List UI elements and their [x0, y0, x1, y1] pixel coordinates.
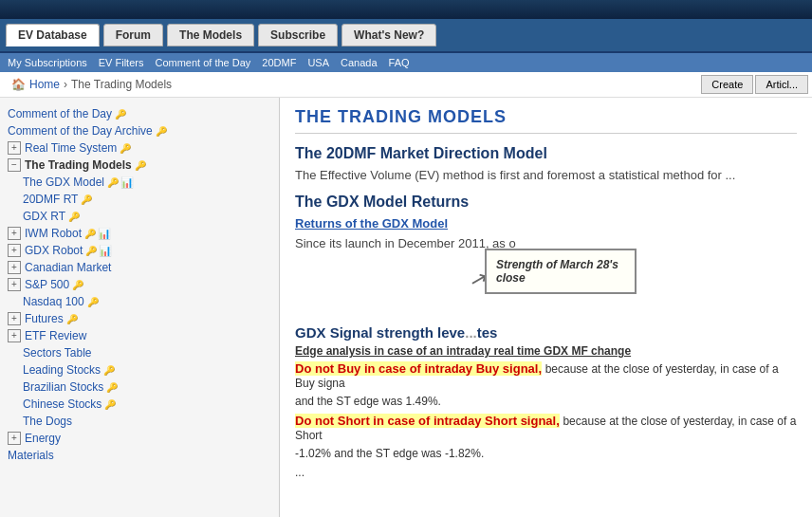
callout-box: Strength of March 28's close: [485, 249, 637, 294]
sidebar-item-nasdaq[interactable]: Nasdaq 100 🔑: [0, 293, 279, 310]
signal-line2-cont: -1.02% and the ST edge was -1.82%.: [295, 446, 797, 460]
subnav-20dmf[interactable]: 20DMF: [262, 57, 296, 68]
page-title: THE TRADING MODELS: [295, 107, 797, 134]
sidebar-item-cotd[interactable]: Comment of the Day 🔑: [0, 105, 279, 122]
sidebar: Comment of the Day 🔑 Comment of the Day …: [0, 98, 280, 517]
sidebar-item-gdxrt[interactable]: GDX RT 🔑: [0, 208, 279, 225]
breadcrumb: 🏠 Home › The Trading Models: [0, 72, 183, 97]
chart-icon-iwm: 📊: [98, 228, 111, 240]
nav-tab-ev-database[interactable]: EV Database: [6, 24, 100, 46]
lock-icon-futures: 🔑: [66, 314, 78, 324]
sub-nav: My Subscriptions EV Filters Comment of t…: [0, 53, 812, 72]
lock-icon-brazilian: 🔑: [106, 382, 118, 393]
subnav-subscriptions[interactable]: My Subscriptions: [8, 57, 87, 68]
expand-icon-gdx-robot: +: [8, 244, 21, 257]
subnav-canada[interactable]: Canada: [341, 57, 378, 68]
lock-icon-gdx-robot: 🔑: [85, 246, 97, 256]
nav-bar: EV Database Forum The Models Subscribe W…: [0, 19, 812, 53]
section1-description: The Effective Volume (EV) method is firs…: [295, 168, 797, 182]
lock-icon-gdxrt: 🔑: [68, 212, 80, 222]
signal-line1: Do not Buy in case of intraday Buy signa…: [295, 361, 797, 390]
lock-icon-gdx-model: 🔑: [107, 177, 119, 188]
sidebar-item-20dmfrt[interactable]: 20DMF RT 🔑: [0, 191, 279, 208]
lock-icon-realtime: 🔑: [120, 143, 131, 154]
sidebar-item-cotd-archive[interactable]: Comment of the Day Archive 🔑: [0, 122, 279, 139]
gdx-section: The GDX Model Returns Returns of the GDX…: [295, 194, 797, 315]
expand-icon-trading-models: −: [8, 158, 21, 172]
lock-icon-leading: 🔑: [103, 365, 115, 376]
sidebar-item-futures[interactable]: + Futures 🔑: [0, 310, 279, 327]
sidebar-item-realtime[interactable]: + Real Time System 🔑: [0, 139, 279, 157]
article-button[interactable]: Articl...: [755, 75, 808, 94]
sidebar-item-gdx-robot[interactable]: + GDX Robot 🔑 📊: [0, 242, 279, 259]
chart-icon: 📊: [120, 176, 134, 189]
lock-icon-chinese: 🔑: [104, 399, 116, 410]
section3: GDX Signal strength leve...tes Edge anal…: [295, 324, 797, 479]
signal-line2: Do not Short in case of intraday Short s…: [295, 414, 797, 442]
sidebar-item-canadian[interactable]: + Canadian Market: [0, 259, 279, 276]
signal-line1-cont: and the ST edge was 1.49%.: [295, 394, 797, 408]
sidebar-item-trading-models[interactable]: − The Trading Models 🔑: [0, 157, 279, 174]
sidebar-item-leading-stocks[interactable]: Leading Stocks 🔑: [0, 361, 279, 379]
sidebar-item-energy[interactable]: + Energy: [0, 430, 279, 447]
nav-tab-models[interactable]: The Models: [167, 24, 254, 46]
section2-heading: The GDX Model Returns: [295, 194, 797, 211]
breadcrumb-current: The Trading Models: [71, 78, 172, 91]
sidebar-item-sp500[interactable]: + S&P 500 🔑: [0, 276, 279, 293]
section1-heading: The 20DMF Market Direction Model: [295, 145, 797, 162]
breadcrumb-home[interactable]: Home: [29, 78, 60, 91]
lock-icon-20dmfrt: 🔑: [81, 194, 92, 205]
sidebar-item-chinese-stocks[interactable]: Chinese Stocks 🔑: [0, 396, 279, 413]
expand-icon-energy: +: [8, 432, 21, 445]
sidebar-item-brazilian-stocks[interactable]: Brazilian Stocks 🔑: [0, 379, 279, 396]
lock-icon-iwm-robot: 🔑: [84, 229, 96, 239]
lock-icon-trading-models: 🔑: [135, 160, 146, 171]
section2-subheading: Returns of the GDX Model: [295, 216, 797, 231]
lock-icon-cotd: 🔑: [115, 109, 126, 120]
expand-icon-realtime: +: [8, 141, 21, 155]
lock-icon-cotd-archive: 🔑: [156, 126, 167, 137]
main-layout: Comment of the Day 🔑 Comment of the Day …: [0, 98, 812, 517]
lock-icon-nasdaq: 🔑: [87, 297, 99, 307]
expand-icon-sp500: +: [8, 278, 21, 291]
sidebar-item-sectors-table[interactable]: Sectors Table: [0, 344, 279, 361]
expand-icon-canadian: +: [8, 261, 21, 274]
signal-heading: GDX Signal strength leve...tes: [295, 324, 797, 341]
nav-tab-whats-new[interactable]: What's New?: [341, 24, 436, 46]
subnav-evfilters[interactable]: EV Filters: [99, 57, 144, 68]
edge-label: Edge analysis in case of an intraday rea…: [295, 344, 797, 358]
chart-icon-gdx: 📊: [99, 245, 112, 257]
sidebar-item-the-dogs[interactable]: The Dogs: [0, 413, 279, 430]
expand-icon-iwm-robot: +: [8, 227, 21, 240]
subnav-faq[interactable]: FAQ: [389, 57, 410, 68]
ellipsis-text: ...: [295, 466, 797, 479]
subnav-usa[interactable]: USA: [307, 57, 329, 68]
content-area: THE TRADING MODELS The 20DMF Market Dire…: [280, 98, 812, 517]
home-icon: 🏠: [11, 78, 26, 91]
sidebar-item-materials[interactable]: Materials: [0, 447, 279, 464]
lock-icon-sp500: 🔑: [72, 280, 83, 290]
top-header: [0, 0, 812, 19]
sidebar-item-gdx-model[interactable]: The GDX Model 🔑 📊: [0, 174, 279, 191]
create-button[interactable]: Create: [701, 75, 753, 94]
expand-icon-futures: +: [8, 312, 21, 325]
subnav-cotd[interactable]: Comment of the Day: [155, 57, 250, 68]
expand-icon-etf-review: +: [8, 329, 21, 342]
breadcrumb-separator: ›: [64, 78, 67, 91]
nav-tab-forum[interactable]: Forum: [103, 24, 163, 46]
sidebar-item-etf-review[interactable]: + ETF Review: [0, 327, 279, 344]
nav-tab-subscribe[interactable]: Subscribe: [258, 24, 338, 46]
sidebar-item-iwm-robot[interactable]: + IWM Robot 🔑 📊: [0, 225, 279, 242]
